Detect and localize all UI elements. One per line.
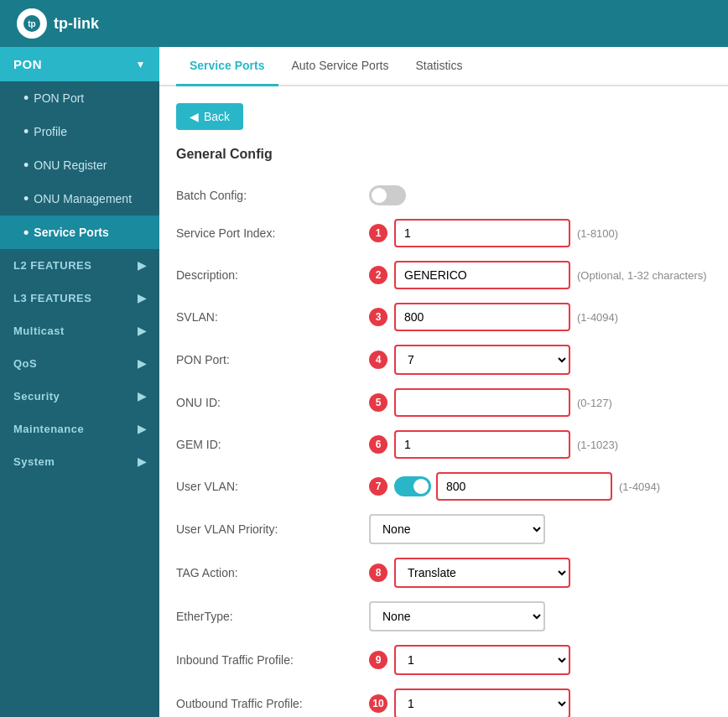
sidebar-item-label: Profile xyxy=(34,125,67,138)
gem-id-input[interactable] xyxy=(394,430,570,459)
svlan-input[interactable] xyxy=(394,303,570,331)
sidebar-item-label: ONU Management xyxy=(34,192,132,205)
chevron-right-icon: ▶ xyxy=(138,325,147,337)
bullet-icon: • xyxy=(23,158,29,173)
ethertype-select[interactable]: None0x81000x88A80x9100 xyxy=(369,601,545,631)
onu-id-label: ONU ID: xyxy=(176,396,361,409)
outbound-traffic-select[interactable]: 12345 xyxy=(394,688,570,717)
toggle-slider xyxy=(369,185,406,205)
tag-action-select[interactable]: TranslateAddRemoveNone xyxy=(394,558,570,588)
svlan-row: SVLAN: 3 (1-4094) xyxy=(176,303,711,331)
batch-config-row: Batch Config: xyxy=(176,185,711,205)
tag-action-row: TAG Action: 8 TranslateAddRemoveNone xyxy=(176,558,711,588)
ethertype-wrap: None0x81000x88A80x9100 xyxy=(369,601,711,631)
main-content: Service Ports Auto Service Ports Statist… xyxy=(159,47,728,717)
user-vlan-inner-wrap xyxy=(394,472,612,501)
sidebar-group-label: QoS xyxy=(13,357,37,370)
gem-id-label: GEM ID: xyxy=(176,438,361,451)
svlan-hint: (1-4094) xyxy=(577,311,618,324)
chevron-right-icon: ▶ xyxy=(138,390,147,403)
back-arrow-icon: ◀ xyxy=(190,110,199,123)
sidebar-item-label: PON Port xyxy=(34,91,84,105)
sidebar-item-onu-management[interactable]: • ONU Management xyxy=(0,182,159,216)
sidebar-item-label: ONU Register xyxy=(34,158,107,172)
back-button[interactable]: ◀ Back xyxy=(176,103,243,130)
sidebar-section-pon-label: PON xyxy=(13,57,42,71)
sidebar-section-pon[interactable]: PON ▼ xyxy=(0,47,159,81)
tab-bar: Service Ports Auto Service Ports Statist… xyxy=(159,47,728,86)
pon-port-wrap: 4 1234 5678 xyxy=(369,345,711,375)
service-port-index-row: Service Port Index: 1 (1-8100) xyxy=(176,219,711,247)
user-vlan-priority-select[interactable]: None012 34567 xyxy=(369,514,545,544)
sidebar-group-multicast[interactable]: Multicast ▶ xyxy=(0,314,159,347)
service-port-index-label: Service Port Index: xyxy=(176,226,361,240)
step-number-8: 8 xyxy=(369,564,387,582)
outbound-traffic-label: Outbound Traffic Profile: xyxy=(176,697,361,710)
sidebar-group-label: L3 FEATURES xyxy=(13,292,91,304)
back-label: Back xyxy=(204,110,230,123)
chevron-right-icon: ▶ xyxy=(138,292,147,304)
tab-statistics[interactable]: Statistics xyxy=(402,47,476,86)
bullet-icon: • xyxy=(23,91,29,106)
user-vlan-toggle[interactable] xyxy=(394,476,431,496)
outbound-traffic-wrap: 10 12345 xyxy=(369,688,711,717)
tag-action-wrap: 8 TranslateAddRemoveNone xyxy=(369,558,711,588)
sidebar-item-service-ports[interactable]: • Service Ports xyxy=(0,216,159,249)
step-number-1: 1 xyxy=(369,224,387,242)
step-number-3: 3 xyxy=(369,308,387,326)
description-label: Description: xyxy=(176,268,361,282)
outbound-traffic-row: Outbound Traffic Profile: 10 12345 xyxy=(176,688,711,717)
svg-text:tp: tp xyxy=(28,19,35,29)
step-number-9: 9 xyxy=(369,651,387,669)
sidebar-group-maintenance[interactable]: Maintenance ▶ xyxy=(0,413,159,445)
layout: PON ▼ • PON Port • Profile • ONU Registe… xyxy=(0,47,728,717)
tab-auto-service-ports[interactable]: Auto Service Ports xyxy=(278,47,403,86)
onu-id-wrap: 5 (0-127) xyxy=(369,388,711,417)
description-wrap: 2 (Optional, 1-32 characters) xyxy=(369,261,711,289)
sidebar-group-security[interactable]: Security ▶ xyxy=(0,380,159,413)
inbound-traffic-wrap: 9 12345 xyxy=(369,645,711,675)
pon-port-select[interactable]: 1234 5678 xyxy=(394,345,570,375)
sidebar-group-label: Security xyxy=(13,390,60,403)
user-vlan-priority-wrap: None012 34567 xyxy=(369,514,711,544)
sidebar-group-label: Multicast xyxy=(13,325,65,337)
inbound-traffic-row: Inbound Traffic Profile: 9 12345 xyxy=(176,645,711,675)
sidebar-group-l3-features[interactable]: L3 FEATURES ▶ xyxy=(0,282,159,314)
header: tp tp-link xyxy=(0,0,728,47)
user-vlan-row: User VLAN: 7 (1-4094) xyxy=(176,472,711,501)
svlan-wrap: 3 (1-4094) xyxy=(369,303,711,331)
bullet-icon: • xyxy=(23,124,29,139)
logo-text: tp-link xyxy=(54,15,99,33)
onu-id-input[interactable] xyxy=(394,388,570,417)
description-input[interactable] xyxy=(394,261,570,289)
svlan-label: SVLAN: xyxy=(176,310,361,324)
chevron-right-icon: ▶ xyxy=(138,357,147,370)
user-vlan-wrap: 7 (1-4094) xyxy=(369,472,711,501)
onu-id-row: ONU ID: 5 (0-127) xyxy=(176,388,711,417)
sidebar-group-system[interactable]: System ▶ xyxy=(0,445,159,478)
gem-id-hint: (1-1023) xyxy=(577,439,618,451)
service-port-index-input[interactable] xyxy=(394,219,570,247)
batch-config-label: Batch Config: xyxy=(176,189,361,202)
user-vlan-input[interactable] xyxy=(436,472,612,501)
chevron-right-icon: ▶ xyxy=(138,455,147,468)
tab-service-ports[interactable]: Service Ports xyxy=(176,47,278,86)
step-number-5: 5 xyxy=(369,393,387,412)
sidebar-group-qos[interactable]: QoS ▶ xyxy=(0,347,159,380)
sidebar-item-pon-port[interactable]: • PON Port xyxy=(0,81,159,115)
content-area: ◀ Back General Config Batch Config: Serv… xyxy=(159,86,728,717)
sidebar-item-profile[interactable]: • Profile xyxy=(0,115,159,148)
batch-config-toggle[interactable] xyxy=(369,185,406,205)
step-number-6: 6 xyxy=(369,435,387,454)
logo-icon: tp xyxy=(17,8,47,39)
onu-id-hint: (0-127) xyxy=(577,397,612,409)
service-port-index-hint: (1-8100) xyxy=(577,227,618,240)
sidebar-item-onu-register[interactable]: • ONU Register xyxy=(0,148,159,182)
gem-id-wrap: 6 (1-1023) xyxy=(369,430,711,459)
ethertype-label: EtherType: xyxy=(176,610,361,623)
sidebar-group-label: L2 FEATURES xyxy=(13,259,91,272)
inbound-traffic-select[interactable]: 12345 xyxy=(394,645,570,675)
user-vlan-priority-row: User VLAN Priority: None012 34567 xyxy=(176,514,711,544)
sidebar-group-l2-features[interactable]: L2 FEATURES ▶ xyxy=(0,249,159,282)
section-title: General Config xyxy=(176,147,711,169)
